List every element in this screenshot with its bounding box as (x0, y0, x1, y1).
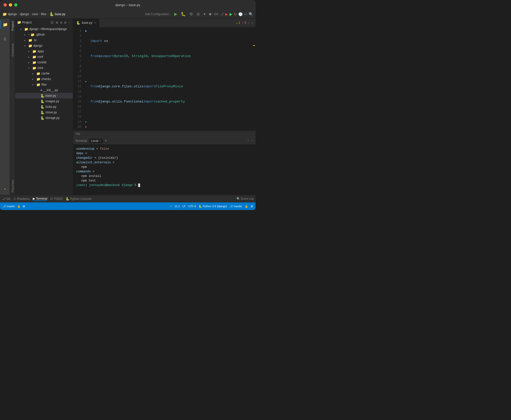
gutter-19-b[interactable]: ● (83, 124, 88, 129)
breadcrumb-django2[interactable]: django (20, 12, 29, 16)
project-tab[interactable]: Project (10, 19, 15, 33)
terminal-add-btn[interactable]: + (105, 139, 107, 143)
warning-badge: ⚠ 1 (236, 21, 240, 25)
event-log-btn[interactable]: 🔍 Event Log (237, 197, 253, 200)
tab-label: base.py (82, 21, 92, 24)
tree-django[interactable]: ▾ 📁 django (15, 43, 73, 48)
tree-label: __init__.py (43, 88, 58, 92)
file-tree-panel: 📁 Project ☰ ⊞ ⊟ ⚙ − ▾ 📁 django ~/Workspa… (15, 19, 73, 195)
panel-gear[interactable]: ☰ (50, 20, 54, 25)
tree-contrib[interactable]: ▸ 📁 contrib (15, 60, 73, 65)
tree-label: django ~/Workspace/django (29, 27, 67, 31)
git-branch-status[interactable]: ⎇ master (3, 205, 15, 208)
error-icon: ↑ (242, 21, 244, 25)
git-tab[interactable]: ⎇ Git (2, 197, 10, 201)
profile-button[interactable]: ◎ (195, 11, 201, 17)
panel-expand[interactable]: ⊞ (55, 20, 58, 25)
gutter-8[interactable]: ● (83, 29, 88, 34)
tree-files[interactable]: ▾ 📁 files (15, 82, 73, 87)
tree-label: core (37, 66, 43, 70)
project-sidebar-btn[interactable]: 📁 (1, 20, 10, 29)
breadcrumb-core[interactable]: core (32, 12, 38, 16)
git-history-icon[interactable]: 🕐 (238, 12, 243, 16)
run-button[interactable]: ▶ (173, 11, 178, 17)
editor-scrollbar[interactable] (252, 28, 255, 130)
breadcrumb-basepy[interactable]: base.py (55, 12, 65, 16)
tree-cache[interactable]: ▸ 📁 cache (15, 71, 73, 76)
problems-tab[interactable]: ⚠ Problems (13, 197, 30, 201)
terminal-menu-icon[interactable]: ⋮ (247, 139, 250, 143)
tree-apps[interactable]: ▸ 📁 apps (15, 48, 73, 54)
tree-move-py[interactable]: ▸ 🐍 move.py (15, 110, 73, 115)
tree-tx[interactable]: ▸ 📁 .tx (15, 37, 73, 43)
folder-icon: 📁 (36, 72, 40, 75)
database-tab[interactable]: Database (10, 41, 15, 59)
tree-label: move.py (45, 111, 57, 114)
terminal-content[interactable]: usedevelop = false deps = changedir = {t… (73, 145, 255, 195)
tree-github[interactable]: ▸ • 📁 .github (15, 32, 73, 37)
stop-button[interactable]: ■ (208, 11, 213, 17)
python-console-tab[interactable]: 🐍 Python Console (66, 197, 92, 201)
folder-icon: • (28, 33, 30, 37)
titlebar: django – base.py (0, 0, 255, 10)
gutter-icons: ● ● (83, 28, 88, 130)
git-rollback-icon[interactable]: ↩ (244, 12, 247, 16)
favorites-tab[interactable]: Favorites (10, 177, 15, 195)
breadcrumb-django[interactable]: django (8, 12, 17, 16)
tab-close-btn[interactable]: × (94, 21, 96, 25)
left-sidebar-icons: 📁 🗄 ★ (0, 19, 10, 195)
nav-down-icon[interactable]: ↓ (251, 21, 253, 25)
terminal-tab-local[interactable]: Local × (89, 139, 103, 143)
search-icon[interactable]: 🔍 (249, 12, 253, 16)
code-content[interactable]: import os from io import BytesIO, String… (88, 28, 252, 130)
debug-button[interactable]: 🐛 (180, 11, 187, 17)
tree-storage-py[interactable]: ▸ 🐍 storage.py (15, 115, 73, 121)
vcs-status[interactable]: ⎇ master (229, 205, 242, 208)
tree-label: cache (41, 72, 49, 75)
folder-special-icon: 📁 (32, 49, 36, 53)
db-icon-btn[interactable]: 🗄 (1, 35, 10, 44)
close-button[interactable] (4, 3, 7, 7)
git-icon: ⎇ (3, 205, 6, 208)
encoding-status[interactable]: UTF-8 (188, 205, 196, 208)
gutter-11-a[interactable]: ● (83, 79, 88, 84)
git-merge-icon: ⎇ (229, 205, 233, 208)
editor-breadcrumb: File (73, 130, 255, 137)
todo-tab[interactable]: ☑ TODO (50, 197, 63, 201)
term-line-7: npm install (76, 174, 252, 178)
minimize-button[interactable] (9, 3, 12, 7)
settings-button[interactable]: ▾ (202, 11, 207, 17)
tree-conf[interactable]: ▸ 📁 conf (15, 54, 73, 60)
terminal-close-btn[interactable]: × (99, 139, 101, 143)
panel-settings[interactable]: ⚙ (64, 20, 67, 25)
git-branch-icon[interactable]: ⎇ (220, 12, 224, 16)
tab-py-icon: 🐍 (76, 21, 80, 25)
coverage-button[interactable]: ⚙ (188, 11, 194, 17)
tree-checks[interactable]: ▸ 📁 checks (15, 76, 73, 82)
cursor-position[interactable]: 11:1 (174, 205, 180, 208)
term-line-6: commands = (76, 169, 252, 174)
tab-basepy[interactable]: 🐍 base.py × (73, 19, 99, 27)
add-config-label[interactable]: Add Configuration... (145, 12, 172, 16)
terminal-bottom-tab[interactable]: ▶ Terminal (33, 197, 47, 201)
tree-root-django[interactable]: ▾ 📁 django ~/Workspace/django (15, 26, 73, 32)
line-ending-status[interactable]: LF (182, 205, 186, 208)
panel-collapse[interactable]: ⊟ (60, 20, 63, 25)
breadcrumb-files[interactable]: files (41, 12, 46, 16)
git-pull-icon[interactable]: ▶ (229, 12, 232, 16)
favorites-icon-btn[interactable]: ★ (1, 184, 10, 193)
maximize-button[interactable] (14, 3, 17, 7)
gutter-19-a[interactable]: ● (83, 119, 88, 124)
terminal-minimize-icon[interactable]: − (252, 139, 253, 143)
python-version-status[interactable]: 🐍 Python 3.9 (django) (198, 205, 227, 208)
tree-core[interactable]: ▾ 📁 core (15, 65, 73, 71)
tree-init-py[interactable]: ▸ ≡ __init__.py (15, 87, 73, 93)
panel-minimize[interactable]: − (68, 20, 71, 25)
tree-locks-py[interactable]: ▸ 🐍 locks.py (15, 104, 73, 110)
nav-up-icon[interactable]: ↑ (248, 21, 250, 25)
git-update-icon[interactable]: ↻ (234, 12, 237, 16)
term-line-8: npm test (76, 178, 252, 183)
git-push-icon[interactable]: ▶ (225, 12, 228, 16)
tree-images-py[interactable]: ▸ 🐍 images.py (15, 98, 73, 104)
tree-base-py[interactable]: ▸ 🐍 base.py (15, 93, 73, 98)
